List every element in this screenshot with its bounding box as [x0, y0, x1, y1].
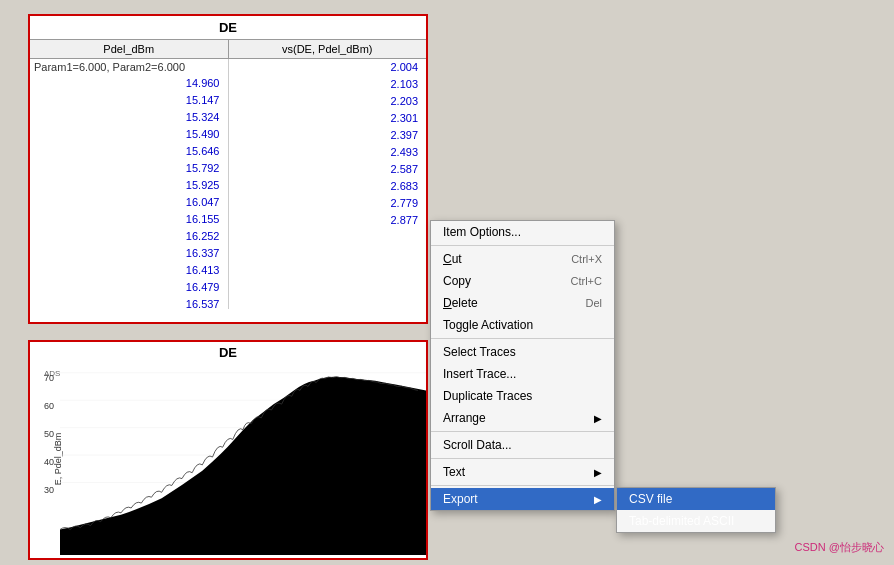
- divider-3: [431, 431, 614, 432]
- menu-item-select-traces-label: Select Traces: [443, 345, 516, 359]
- submenu-csv[interactable]: CSV file: [617, 488, 775, 510]
- menu-item-export-label: Export: [443, 492, 478, 506]
- col1-values: 14.96015.14715.32415.49015.64615.79215.9…: [30, 75, 228, 309]
- table-row: 15.324: [30, 109, 228, 126]
- chart-area: ADS 70 60 50 40 30 E, Pdel_dBm: [30, 363, 426, 555]
- menu-item-scroll-label: Scroll Data...: [443, 438, 512, 452]
- table-row: 2.587: [229, 161, 427, 178]
- menu-item-options-label: Item Options...: [443, 225, 521, 239]
- table-body: Param1=6.000, Param2=6.000 14.96015.1471…: [30, 59, 426, 309]
- divider-4: [431, 458, 614, 459]
- table-row: 16.413: [30, 262, 228, 279]
- menu-item-copy[interactable]: Copy Ctrl+C: [431, 270, 614, 292]
- arrange-arrow: ▶: [594, 413, 602, 424]
- table-title: DE: [30, 16, 426, 40]
- table-row: 2.004: [229, 59, 427, 76]
- menu-item-arrange[interactable]: Arrange ▶: [431, 407, 614, 429]
- table-row: 2.301: [229, 110, 427, 127]
- table-row: 16.337: [30, 245, 228, 262]
- menu-item-text[interactable]: Text ▶: [431, 461, 614, 483]
- menu-item-arrange-label: Arrange: [443, 411, 486, 425]
- chart-panel: DE ADS 70 60 50 40 30 E, Pdel_dBm: [28, 340, 428, 560]
- table-row: 15.147: [30, 92, 228, 109]
- col1: Param1=6.000, Param2=6.000 14.96015.1471…: [30, 59, 229, 309]
- divider-1: [431, 245, 614, 246]
- menu-item-select-traces[interactable]: Select Traces: [431, 341, 614, 363]
- table-row: 16.479: [30, 279, 228, 296]
- text-arrow: ▶: [594, 467, 602, 478]
- y-tick-30: 30: [44, 485, 54, 495]
- watermark: CSDN @怡步晓心: [795, 540, 884, 555]
- menu-item-duplicate[interactable]: Duplicate Traces: [431, 385, 614, 407]
- export-submenu[interactable]: CSV file Tab-delimited ASCII: [616, 487, 776, 533]
- y-tick-60: 60: [44, 401, 54, 411]
- menu-item-cut-label: Cut: [443, 252, 462, 266]
- table-row: 2.203: [229, 93, 427, 110]
- export-arrow: ▶: [594, 494, 602, 505]
- menu-item-text-label: Text: [443, 465, 465, 479]
- table-header: Pdel_dBm vs(DE, Pdel_dBm): [30, 40, 426, 59]
- main-area: DE Pdel_dBm vs(DE, Pdel_dBm) Param1=6.00…: [0, 0, 894, 565]
- table-row: 16.537: [30, 296, 228, 309]
- table-row: 2.493: [229, 144, 427, 161]
- menu-item-delete[interactable]: Delete Del: [431, 292, 614, 314]
- y-tick-70: 70: [44, 373, 54, 383]
- table-row: 15.792: [30, 160, 228, 177]
- menu-item-export[interactable]: Export ▶ CSV file Tab-delimited ASCII: [431, 488, 614, 510]
- cut-shortcut: Ctrl+X: [571, 253, 602, 265]
- table-row: 16.155: [30, 211, 228, 228]
- col1-header: Pdel_dBm: [30, 40, 229, 58]
- menu-item-scroll[interactable]: Scroll Data...: [431, 434, 614, 456]
- divider-5: [431, 485, 614, 486]
- divider-2: [431, 338, 614, 339]
- menu-item-insert-trace-label: Insert Trace...: [443, 367, 516, 381]
- col2: 2.0042.1032.2032.3012.3972.4932.5872.683…: [229, 59, 427, 309]
- table-row: 14.960: [30, 75, 228, 92]
- chart-title: DE: [30, 342, 426, 363]
- table-panel: DE Pdel_dBm vs(DE, Pdel_dBm) Param1=6.00…: [28, 14, 428, 324]
- table-row: 16.252: [30, 228, 228, 245]
- submenu-csv-label: CSV file: [629, 492, 672, 506]
- chart-svg: [60, 363, 426, 555]
- table-row: 2.779: [229, 195, 427, 212]
- table-row: 2.103: [229, 76, 427, 93]
- menu-item-duplicate-label: Duplicate Traces: [443, 389, 532, 403]
- col1-label: Param1=6.000, Param2=6.000: [30, 59, 228, 75]
- submenu-tab-label: Tab-delimited ASCII: [629, 514, 734, 528]
- table-row: 15.490: [30, 126, 228, 143]
- table-row: 15.646: [30, 143, 228, 160]
- table-row: 2.877: [229, 212, 427, 229]
- col2-header: vs(DE, Pdel_dBm): [229, 40, 427, 58]
- menu-item-toggle[interactable]: Toggle Activation: [431, 314, 614, 336]
- menu-item-insert-trace[interactable]: Insert Trace...: [431, 363, 614, 385]
- submenu-tab[interactable]: Tab-delimited ASCII: [617, 510, 775, 532]
- delete-shortcut: Del: [585, 297, 602, 309]
- menu-item-copy-label: Copy: [443, 274, 471, 288]
- menu-item-delete-label: Delete: [443, 296, 478, 310]
- table-row: 15.925: [30, 177, 228, 194]
- table-row: 16.047: [30, 194, 228, 211]
- table-row: 2.683: [229, 178, 427, 195]
- context-menu[interactable]: Item Options... Cut Ctrl+X Copy Ctrl+C D…: [430, 220, 615, 511]
- table-row: 2.397: [229, 127, 427, 144]
- menu-item-options[interactable]: Item Options...: [431, 221, 614, 243]
- col2-values: 2.0042.1032.2032.3012.3972.4932.5872.683…: [229, 59, 427, 229]
- menu-item-toggle-label: Toggle Activation: [443, 318, 533, 332]
- copy-shortcut: Ctrl+C: [571, 275, 602, 287]
- menu-item-cut[interactable]: Cut Ctrl+X: [431, 248, 614, 270]
